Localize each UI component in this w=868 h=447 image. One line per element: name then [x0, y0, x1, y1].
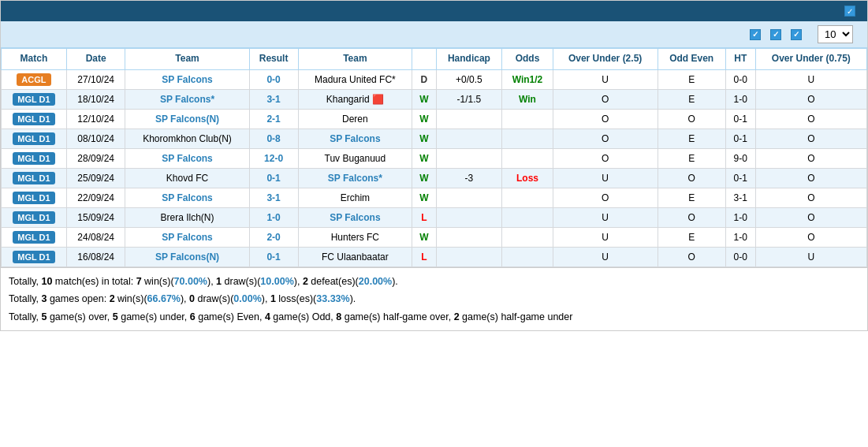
table-row: MGL D1 12/10/24 SP Falcons(N) 2-1 Deren … [2, 109, 867, 129]
acgl-checkbox[interactable]: ✓ [791, 29, 802, 40]
cell-oe: O [658, 207, 725, 227]
cell-date: 18/10/24 [66, 89, 125, 109]
cell-team1: SP Falcons [125, 188, 249, 207]
match-badge: MGL D1 [13, 93, 54, 106]
cell-team2: Deren [298, 109, 412, 129]
cell-badge: MGL D1 [2, 148, 67, 168]
cell-ht: 3-1 [725, 188, 755, 207]
cell-ou25: U [553, 69, 658, 89]
cell-ht: 9-0 [725, 148, 755, 168]
header-right: ✓ [844, 6, 859, 17]
table-row: MGL D1 08/10/24 Khoromkhon Club(N) 0-8 S… [2, 129, 867, 148]
cell-result: 1-0 [249, 207, 298, 227]
cell-handicap: +0/0.5 [436, 69, 502, 89]
filter-acgl[interactable]: ✓ [791, 29, 805, 40]
cell-oe: E [658, 227, 725, 247]
cell-date: 27/10/24 [66, 69, 125, 89]
cell-odds [502, 207, 553, 227]
cell-result: 0-1 [249, 168, 298, 188]
cell-ou25: U [553, 168, 658, 188]
match-badge: MGL D1 [13, 132, 54, 145]
cell-ht: 0-1 [725, 168, 755, 188]
cell-badge: MGL D1 [2, 207, 67, 227]
cell-result: 3-1 [249, 188, 298, 207]
cell-date: 25/09/24 [66, 168, 125, 188]
cell-ou25: O [553, 89, 658, 109]
cell-team1: SP Falcons(N) [125, 247, 249, 266]
summary-line1: Totally, 10 match(es) in total: 7 win(s)… [9, 273, 859, 291]
cell-wd: D [412, 69, 436, 89]
table-row: MGL D1 25/09/24 Khovd FC 0-1 SP Falcons*… [2, 168, 867, 188]
cell-ht: 1-0 [725, 207, 755, 227]
match-badge: MGL D1 [13, 211, 54, 224]
cell-team1: Brera Ilch(N) [125, 207, 249, 227]
cell-team2: FC Ulaanbaatar [298, 247, 412, 266]
cell-team2: Tuv Buganuud [298, 148, 412, 168]
cell-ou075: O [755, 109, 866, 129]
scores-table: Match Date Team Result Team Handicap Odd… [1, 48, 867, 267]
cell-team1: SP Falcons [125, 69, 249, 89]
col-team1: Team [125, 49, 249, 70]
cell-wd: W [412, 188, 436, 207]
table-row: MGL D1 24/08/24 SP Falcons 2-0 Hunters F… [2, 227, 867, 247]
table-row: MGL D1 16/08/24 SP Falcons(N) 0-1 FC Ula… [2, 247, 867, 266]
cell-wd: W [412, 129, 436, 148]
cell-date: 16/08/24 [66, 247, 125, 266]
cell-wd: W [412, 168, 436, 188]
cell-ou075: O [755, 168, 866, 188]
games-select[interactable]: 10 5 15 20 [818, 25, 853, 43]
table-row: MGL D1 18/10/24 SP Falcons* 3-1 Khangari… [2, 89, 867, 109]
int-cf-checkbox[interactable]: ✓ [750, 29, 761, 40]
cell-date: 08/10/24 [66, 129, 125, 148]
cell-odds [502, 227, 553, 247]
display-notes-toggle[interactable]: ✓ [844, 6, 859, 17]
cell-ht: 0-0 [725, 247, 755, 266]
cell-team2: SP Falcons* [298, 168, 412, 188]
cell-team2: SP Falcons [298, 207, 412, 227]
cell-wd: W [412, 89, 436, 109]
cell-oe: O [658, 109, 725, 129]
cell-date: 22/09/24 [66, 188, 125, 207]
cell-badge: ACGL [2, 69, 67, 89]
cell-result: 2-0 [249, 227, 298, 247]
cell-handicap [436, 109, 502, 129]
cell-badge: MGL D1 [2, 247, 67, 266]
filter-mgl-d1[interactable]: ✓ [770, 29, 784, 40]
cell-result: 0-8 [249, 129, 298, 148]
cell-ou075: U [755, 69, 866, 89]
summary-line2: Totally, 3 games open: 2 win(s)(66.67%),… [9, 290, 859, 308]
match-badge: MGL D1 [13, 172, 54, 184]
cell-odds: Loss [502, 168, 553, 188]
cell-oe: O [658, 247, 725, 266]
filter-bar: ✓ ✓ ✓ 10 5 15 20 [1, 21, 867, 48]
filter-int-cf[interactable]: ✓ [750, 29, 764, 40]
cell-handicap [436, 129, 502, 148]
match-badge: ACGL [17, 73, 50, 86]
cell-odds: Win1/2 [502, 69, 553, 89]
cell-badge: MGL D1 [2, 168, 67, 188]
display-notes-checkbox[interactable]: ✓ [844, 6, 855, 17]
cell-handicap: -3 [436, 168, 502, 188]
match-badge: MGL D1 [13, 113, 54, 125]
cell-odds [502, 148, 553, 168]
cell-oe: E [658, 129, 725, 148]
match-badge: MGL D1 [13, 231, 54, 244]
cell-result: 12-0 [249, 148, 298, 168]
cell-result: 2-1 [249, 109, 298, 129]
cell-wd: W [412, 148, 436, 168]
col-handicap: Handicap [436, 49, 502, 70]
cell-ou075: U [755, 247, 866, 266]
summary: Totally, 10 match(es) in total: 7 win(s)… [1, 267, 867, 331]
mgl-d1-checkbox[interactable]: ✓ [770, 29, 781, 40]
summary-line3: Totally, 5 game(s) over, 5 game(s) under… [9, 308, 859, 326]
cell-wd: W [412, 227, 436, 247]
cell-ou075: O [755, 207, 866, 227]
cell-odds [502, 129, 553, 148]
match-badge: MGL D1 [13, 152, 54, 165]
cell-ou25: U [553, 247, 658, 266]
cell-ou075: O [755, 129, 866, 148]
cell-team2: Khangarid 🟥 [298, 89, 412, 109]
cell-result: 0-1 [249, 247, 298, 266]
cell-ou25: U [553, 207, 658, 227]
cell-wd: L [412, 207, 436, 227]
